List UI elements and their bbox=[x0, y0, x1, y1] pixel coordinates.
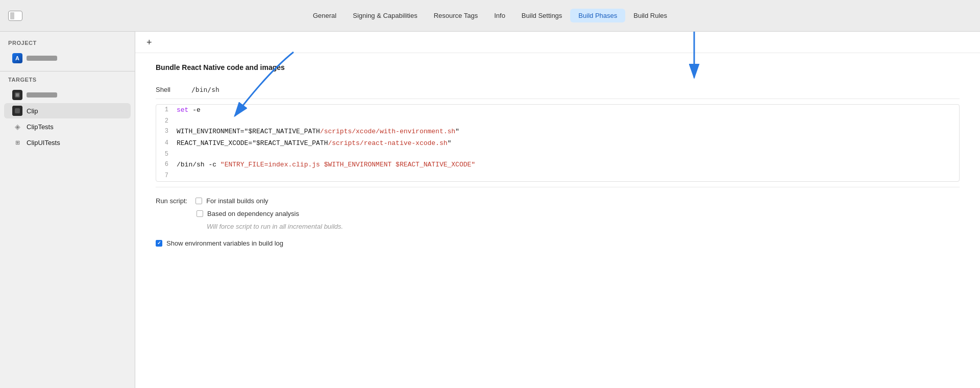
tab-info[interactable]: Info bbox=[486, 9, 513, 22]
svg-rect-3 bbox=[15, 108, 20, 113]
line-num-1: 1 bbox=[156, 105, 177, 115]
sidebar-item-clipuitests[interactable]: ⊞ ClipUITests bbox=[4, 135, 131, 150]
content-toolbar: + bbox=[135, 32, 980, 53]
checkbox-dependency-analysis[interactable] bbox=[197, 210, 203, 217]
line-content-6: /bin/sh -c "ENTRY_FILE=index.clip.js $WI… bbox=[177, 159, 959, 171]
targets-section-label: TARGETS bbox=[0, 77, 135, 87]
appstore-icon: A bbox=[12, 53, 22, 63]
tab-signing[interactable]: Signing & Capabilities bbox=[345, 9, 425, 22]
checkbox3-label: Show environment variables in build log bbox=[166, 239, 283, 247]
env-vars-row: Show environment variables in build log bbox=[156, 237, 960, 250]
line-num-6: 6 bbox=[156, 159, 177, 169]
build-phase-section: Bundle React Native code and images Shel… bbox=[135, 53, 980, 267]
dependency-analysis-row: Based on dependency analysis bbox=[156, 207, 960, 220]
clipuitests-label: ClipUITests bbox=[27, 139, 60, 147]
line-num-2: 2 bbox=[156, 116, 177, 126]
tab-bar: General Signing & Capabilities Resource … bbox=[0, 0, 980, 32]
main-layout: PROJECT A TARGETS Clip bbox=[0, 32, 980, 388]
sidebar-item-project[interactable]: A bbox=[4, 51, 131, 66]
run-script-label: Run script: bbox=[156, 197, 187, 205]
sidebar-toggle-button[interactable] bbox=[8, 11, 22, 21]
cliptests-label: ClipTests bbox=[27, 123, 54, 131]
svg-rect-1 bbox=[16, 93, 19, 96]
sidebar-toggle-icon bbox=[10, 12, 14, 19]
project-section-label: PROJECT bbox=[0, 40, 135, 50]
checkbox-env-vars[interactable] bbox=[156, 240, 162, 247]
code-line-3: 3 WITH_ENVIRONMENT="$REACT_NATIVE_PATH/s… bbox=[156, 126, 959, 137]
target-main-name-blurred bbox=[27, 92, 57, 98]
code-line-6: 6 /bin/sh -c "ENTRY_FILE=index.clip.js $… bbox=[156, 159, 959, 171]
line-content-1: set -e bbox=[177, 105, 959, 116]
line-content-4: REACT_NATIVE_XCODE="$REACT_NATIVE_PATH/s… bbox=[177, 138, 959, 149]
code-editor[interactable]: 1 set -e 2 3 WITH_ENVIRONMENT="$REACT_NA… bbox=[156, 104, 960, 182]
tab-general[interactable]: General bbox=[305, 9, 345, 22]
tab-build-phases[interactable]: Build Phases bbox=[570, 9, 625, 22]
line-num-7: 7 bbox=[156, 171, 177, 181]
clipuitests-icon: ⊞ bbox=[12, 137, 22, 148]
line-num-5: 5 bbox=[156, 149, 177, 159]
cliptests-icon: ◈ bbox=[12, 122, 22, 132]
project-name-blurred bbox=[27, 56, 57, 61]
code-line-4: 4 REACT_NATIVE_XCODE="$REACT_NATIVE_PATH… bbox=[156, 138, 959, 149]
code-line-5: 5 bbox=[156, 149, 959, 159]
shell-label: Shell bbox=[156, 86, 191, 93]
sidebar: PROJECT A TARGETS Clip bbox=[0, 32, 135, 388]
sidebar-item-cliptests[interactable]: ◈ ClipTests bbox=[4, 119, 131, 134]
script-options: Run script: For install builds only Base… bbox=[156, 187, 960, 257]
code-line-7: 7 bbox=[156, 171, 959, 181]
add-phase-button[interactable]: + bbox=[143, 37, 155, 48]
line-num-4: 4 bbox=[156, 138, 177, 148]
shell-field-row: Shell /bin/sh bbox=[156, 81, 960, 99]
code-line-2: 2 bbox=[156, 116, 959, 126]
run-script-row: Run script: For install builds only bbox=[156, 195, 960, 207]
checkbox1-label: For install builds only bbox=[206, 197, 268, 205]
clip-icon bbox=[12, 106, 22, 116]
sidebar-item-clip[interactable]: Clip bbox=[4, 103, 131, 118]
sidebar-item-target-main[interactable] bbox=[4, 87, 131, 103]
line-num-3: 3 bbox=[156, 126, 177, 136]
shell-value: /bin/sh bbox=[191, 86, 219, 93]
clip-label: Clip bbox=[27, 107, 38, 115]
tab-bar-left bbox=[8, 11, 22, 21]
checkbox-install-builds[interactable] bbox=[195, 198, 202, 204]
sidebar-divider bbox=[0, 71, 135, 71]
tab-build-settings[interactable]: Build Settings bbox=[513, 9, 571, 22]
helper-text-row: Will force script to run in all incremen… bbox=[156, 220, 960, 233]
helper-text: Will force script to run in all incremen… bbox=[207, 223, 343, 230]
section-title: Bundle React Native code and images bbox=[156, 63, 960, 71]
tab-build-rules[interactable]: Build Rules bbox=[625, 9, 675, 22]
target-main-icon bbox=[12, 90, 22, 100]
code-line-1: 1 set -e bbox=[156, 105, 959, 116]
checkbox2-label: Based on dependency analysis bbox=[207, 210, 299, 217]
tab-resource-tags[interactable]: Resource Tags bbox=[426, 9, 486, 22]
content-area: + Bundle React Native code and images Sh… bbox=[135, 32, 980, 388]
line-content-3: WITH_ENVIRONMENT="$REACT_NATIVE_PATH/scr… bbox=[177, 126, 959, 137]
